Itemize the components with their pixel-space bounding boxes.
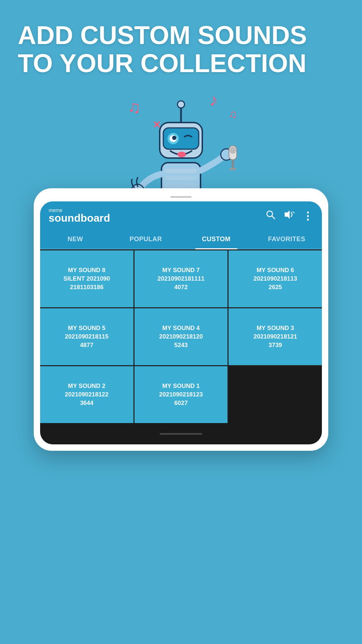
bottom-bar xyxy=(40,423,322,444)
tab-popular[interactable]: POPULAR xyxy=(111,230,181,249)
app-bar: meme soundboard ⋮ xyxy=(40,201,322,230)
phone-screen: meme soundboard ⋮ xyxy=(40,201,322,444)
phone-mockup: meme soundboard ⋮ xyxy=(34,188,328,451)
music-note-left: ♫ xyxy=(126,96,146,117)
phone-notch-indicator xyxy=(40,195,322,201)
more-icon[interactable]: ⋮ xyxy=(302,210,313,222)
sound-cell-6[interactable]: MY SOUND 620210902181132625 xyxy=(229,250,322,307)
sound-cell-3[interactable]: MY SOUND 320210902181213739 xyxy=(229,308,322,365)
hero-title: ADD CUSTOM SOUNDS TO YOUR COLLECTION xyxy=(18,21,344,77)
music-note-right2: ♫ xyxy=(228,107,241,121)
logo-soundboard: soundboard xyxy=(49,213,110,223)
app-logo: meme soundboard xyxy=(49,208,110,223)
svg-point-9 xyxy=(172,136,176,140)
tab-new[interactable]: NEW xyxy=(40,230,111,249)
svg-line-24 xyxy=(272,216,275,219)
nav-indicator xyxy=(160,433,202,435)
sound-cell-7[interactable]: MY SOUND 7202109021811114072 xyxy=(135,250,228,307)
tabs: NEW POPULAR CUSTOM FAVORITES xyxy=(40,230,322,249)
sound-cell-2[interactable]: MY SOUND 220210902181223644 xyxy=(40,366,133,423)
svg-rect-19 xyxy=(232,160,234,169)
svg-rect-12 xyxy=(165,169,197,173)
svg-text:♫: ♫ xyxy=(229,108,237,120)
svg-text:♫: ♫ xyxy=(128,98,141,115)
tab-favorites[interactable]: FAVORITES xyxy=(252,230,322,249)
phone-pill xyxy=(170,196,192,198)
hero-title-line2: TO YOUR COLLECTION xyxy=(18,49,306,77)
sound-cell-1[interactable]: MY SOUND 120210902181236027 xyxy=(135,366,228,423)
sound-cell-8[interactable]: MY SOUND 8SILENT 20210902181103186 xyxy=(40,250,133,307)
hero-title-line1: ADD CUSTOM SOUNDS xyxy=(18,21,307,49)
search-icon[interactable] xyxy=(265,210,275,222)
svg-rect-20 xyxy=(230,168,236,170)
volume-icon[interactable] xyxy=(283,210,295,222)
music-note-right: ♪ xyxy=(208,89,227,110)
svg-point-10 xyxy=(177,152,186,157)
sound-cell-4[interactable]: MY SOUND 420210902181205243 xyxy=(135,308,228,365)
svg-text:♪: ♪ xyxy=(209,91,218,108)
svg-rect-18 xyxy=(230,147,236,154)
svg-line-26 xyxy=(293,212,295,213)
sound-cell-empty xyxy=(229,366,322,423)
sound-cell-5[interactable]: MY SOUND 520210902181154877 xyxy=(40,308,133,365)
x-mark: ✕ xyxy=(153,119,161,131)
app-bar-icons: ⋮ xyxy=(265,210,313,222)
svg-point-4 xyxy=(177,101,185,108)
svg-rect-13 xyxy=(165,176,197,180)
svg-marker-25 xyxy=(285,210,290,219)
sound-grid: MY SOUND 8SILENT 20210902181103186 MY SO… xyxy=(40,249,322,423)
tab-custom[interactable]: CUSTOM xyxy=(181,230,252,249)
svg-rect-14 xyxy=(165,183,197,187)
